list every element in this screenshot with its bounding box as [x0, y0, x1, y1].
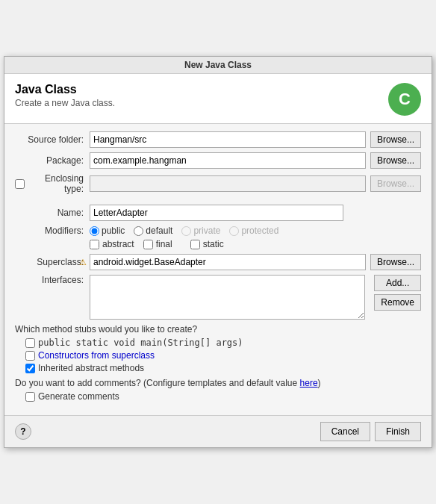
modifier-protected-radio[interactable]: [229, 226, 239, 236]
enclosing-type-checkbox-label: Enclosing type:: [15, 173, 84, 194]
modifier-private-radio[interactable]: [181, 226, 191, 236]
header-text: Java Class Create a new Java class.: [15, 83, 381, 108]
comments-title-suffix: ): [318, 378, 321, 388]
stubs-item-main: public static void main(String[] args): [25, 337, 421, 348]
superclass-input-wrap: ⚠: [90, 254, 366, 270]
stubs-title: Which method stubs would you like to cre…: [15, 324, 421, 335]
interfaces-row: Interfaces: Add... Remove: [15, 275, 421, 320]
modifier-protected-text: protected: [241, 225, 278, 236]
title-bar: New Java Class: [4, 57, 432, 74]
name-input[interactable]: [90, 205, 343, 221]
interfaces-add-button[interactable]: Add...: [374, 275, 421, 291]
comments-title-prefix: Do you want to add comments? (Configure …: [15, 378, 300, 388]
stubs-constructors-label: Constructors from superclass: [38, 350, 155, 361]
stubs-inherited-label: Inherited abstract methods: [38, 363, 144, 373]
superclass-browse-button[interactable]: Browse...: [370, 254, 421, 270]
generate-comments-checkbox[interactable]: [25, 392, 35, 402]
modifier-public-text: public: [102, 225, 125, 236]
header-title: Java Class: [15, 83, 381, 96]
new-java-class-dialog: New Java Class Java Class Create a new J…: [4, 56, 432, 448]
source-folder-input[interactable]: [90, 131, 366, 148]
dialog-footer: ? Cancel Finish: [4, 415, 432, 447]
comments-title: Do you want to add comments? (Configure …: [15, 378, 421, 388]
package-row: Package: Browse...: [15, 152, 421, 169]
java-class-icon: C: [388, 83, 421, 116]
superclass-row: Superclass: ⚠ Browse...: [15, 254, 421, 270]
finish-button[interactable]: Finish: [375, 422, 421, 441]
modifier-static-text: static: [203, 239, 224, 249]
enclosing-type-input[interactable]: [90, 175, 366, 192]
form-content: Source folder: Browse... Package: Browse…: [4, 124, 432, 415]
stubs-section: Which method stubs would you like to cre…: [15, 324, 421, 373]
modifier-abstract-text: abstract: [102, 239, 134, 249]
stubs-inherited-checkbox[interactable]: [25, 364, 35, 373]
stubs-item-inherited: Inherited abstract methods: [25, 363, 421, 373]
modifier-default-radio[interactable]: [134, 226, 143, 236]
modifier-public-label[interactable]: public: [90, 225, 125, 236]
modifier-final-text: final: [156, 239, 172, 249]
modifiers-row: Modifiers: public default private protec…: [15, 225, 421, 236]
modifiers-options: public default private protected: [90, 225, 278, 236]
dialog-header: Java Class Create a new Java class. C: [4, 74, 432, 124]
superclass-warning-icon: ⚠: [79, 258, 87, 267]
stubs-main-label: public static void main(String[] args): [38, 337, 243, 348]
modifiers-label: Modifiers:: [15, 225, 90, 236]
package-browse-button[interactable]: Browse...: [370, 152, 421, 169]
stubs-constructors-checkbox[interactable]: [25, 351, 35, 361]
enclosing-type-label: Enclosing type:: [15, 173, 90, 194]
footer-left: ?: [15, 423, 316, 440]
modifier-default-text: default: [146, 225, 172, 236]
modifier-private-label[interactable]: private: [181, 225, 220, 236]
package-label: Package:: [15, 155, 90, 166]
interfaces-label: Interfaces:: [15, 275, 90, 285]
cancel-button[interactable]: Cancel: [320, 422, 370, 441]
interfaces-remove-button[interactable]: Remove: [374, 294, 421, 311]
superclass-label: Superclass:: [15, 257, 90, 267]
name-row: Name:: [15, 205, 421, 221]
modifier-static-label[interactable]: static: [190, 239, 224, 249]
enclosing-type-browse-button[interactable]: Browse...: [370, 175, 421, 192]
modifier-abstract-label[interactable]: abstract: [90, 239, 134, 249]
dialog-title: New Java Class: [184, 60, 252, 70]
modifiers-options2: abstract final static: [90, 239, 224, 249]
modifier-abstract-checkbox[interactable]: [90, 240, 99, 249]
package-input[interactable]: [90, 152, 366, 169]
stubs-main-checkbox[interactable]: [25, 338, 35, 348]
modifiers-row2: abstract final static: [15, 239, 421, 249]
modifier-protected-label[interactable]: protected: [229, 225, 278, 236]
modifier-final-checkbox[interactable]: [143, 240, 153, 249]
interfaces-box[interactable]: [90, 275, 365, 320]
generate-comments-label: Generate comments: [38, 391, 119, 402]
comments-here-link[interactable]: here: [300, 378, 318, 388]
comments-item: Generate comments: [25, 391, 421, 402]
superclass-input[interactable]: [90, 254, 366, 270]
modifier-private-text: private: [193, 225, 220, 236]
modifier-final-label[interactable]: final: [143, 239, 172, 249]
modifier-default-label[interactable]: default: [134, 225, 172, 236]
header-subtitle: Create a new Java class.: [15, 98, 381, 108]
source-folder-browse-button[interactable]: Browse...: [370, 131, 421, 148]
enclosing-type-checkbox[interactable]: [15, 179, 25, 189]
modifier-static-checkbox[interactable]: [190, 240, 200, 249]
source-folder-label: Source folder:: [15, 134, 90, 145]
stubs-item-constructors: Constructors from superclass: [25, 350, 421, 361]
comments-section: Do you want to add comments? (Configure …: [15, 378, 421, 402]
modifier-public-radio[interactable]: [90, 226, 99, 236]
name-label: Name:: [15, 208, 90, 218]
interfaces-buttons: Add... Remove: [370, 275, 421, 311]
divider1: [15, 199, 421, 205]
enclosing-type-row: Enclosing type: Browse...: [15, 173, 421, 194]
source-folder-row: Source folder: Browse...: [15, 131, 421, 148]
help-button[interactable]: ?: [15, 423, 31, 440]
